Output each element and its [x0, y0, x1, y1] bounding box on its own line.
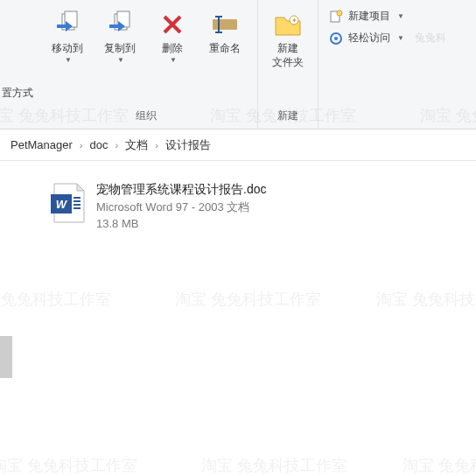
new-folder-button[interactable]: ✦ 新建 文件夹	[265, 7, 311, 73]
easy-access-label: 轻松访问	[348, 31, 390, 46]
move-to-label: 移动到	[52, 42, 83, 56]
ribbon-group-right: 新建项目 ▼ 轻松访问 ▼ 兔兔科	[318, 0, 476, 129]
copy-to-button[interactable]: 复制到 ▼	[94, 7, 145, 67]
delete-label: 删除	[162, 42, 183, 56]
ribbon: 置方式 移动到 ▼	[0, 0, 476, 130]
group-new-label: 新建	[277, 105, 298, 129]
new-item-label: 新建项目	[348, 9, 390, 24]
dropdown-icon: ▼	[117, 56, 124, 64]
rename-icon	[211, 10, 239, 38]
easy-access-icon	[329, 32, 343, 46]
chevron-right-icon: ›	[111, 140, 122, 150]
partial-text: 兔兔科	[415, 31, 446, 46]
file-name: 宠物管理系统课程设计报告.doc	[96, 182, 266, 198]
new-folder-label: 新建 文件夹	[272, 42, 304, 69]
delete-button[interactable]: 删除 ▼	[147, 7, 198, 67]
svg-text:✦: ✦	[291, 17, 298, 24]
ribbon-left-edge: 置方式	[0, 0, 35, 129]
svg-rect-7	[218, 16, 220, 33]
rename-label: 重命名	[209, 42, 241, 56]
crumb-1[interactable]: doc	[87, 136, 112, 153]
crumb-2[interactable]: 文档	[122, 136, 151, 155]
svg-rect-9	[215, 32, 222, 33]
move-to-button[interactable]: 移动到 ▼	[42, 7, 93, 67]
svg-rect-8	[215, 16, 222, 18]
copy-to-icon	[106, 10, 134, 38]
chevron-right-icon: ›	[151, 140, 162, 150]
left-partial-label: 置方式	[0, 82, 35, 104]
crumb-0[interactable]: PetManager	[7, 136, 76, 153]
svg-point-13	[337, 10, 342, 16]
delete-icon	[158, 10, 186, 38]
file-item[interactable]: W 宠物管理系统课程设计报告.doc Microsoft Word 97 - 2…	[44, 177, 467, 235]
content-area: W 宠物管理系统课程设计报告.doc Microsoft Word 97 - 2…	[0, 161, 476, 476]
file-size: 13.8 MB	[96, 217, 266, 230]
new-item-button[interactable]: 新建项目 ▼	[327, 5, 469, 27]
new-item-icon	[329, 10, 343, 24]
dropdown-icon: ▼	[397, 34, 404, 42]
breadcrumb[interactable]: PetManager › doc › 文档 › 设计报告	[0, 130, 476, 161]
rename-button[interactable]: 重命名	[200, 7, 250, 60]
svg-text:W: W	[56, 198, 68, 211]
crumb-3[interactable]: 设计报告	[162, 136, 214, 155]
word-doc-icon: W	[49, 182, 88, 224]
svg-rect-6	[213, 19, 237, 30]
svg-point-15	[334, 37, 338, 40]
dropdown-icon: ▼	[397, 12, 404, 20]
scrollbar-thumb[interactable]	[0, 336, 12, 378]
folder-icon: ✦	[274, 10, 302, 38]
ribbon-group-organize: 移动到 ▼ 复制到 ▼	[35, 0, 258, 129]
chevron-right-icon: ›	[76, 140, 87, 150]
group-organize-label: 组织	[136, 105, 157, 129]
move-to-icon	[53, 10, 81, 38]
dropdown-icon: ▼	[170, 56, 177, 64]
dropdown-icon: ▼	[65, 56, 72, 64]
copy-to-label: 复制到	[104, 42, 136, 56]
file-meta: 宠物管理系统课程设计报告.doc Microsoft Word 97 - 200…	[96, 182, 266, 230]
ribbon-group-new: ✦ 新建 文件夹 新建	[258, 0, 318, 129]
file-pane[interactable]: W 宠物管理系统课程设计报告.doc Microsoft Word 97 - 2…	[35, 161, 476, 476]
file-type: Microsoft Word 97 - 2003 文档	[96, 200, 266, 215]
sidebar-scroll[interactable]	[0, 161, 35, 476]
easy-access-button[interactable]: 轻松访问 ▼ 兔兔科	[327, 27, 469, 49]
